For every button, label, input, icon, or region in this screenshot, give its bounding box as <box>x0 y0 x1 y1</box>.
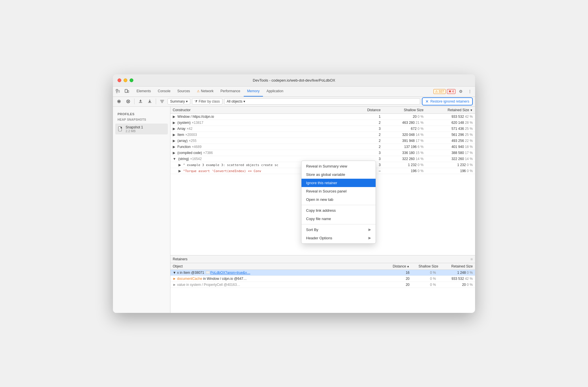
expand-arrow[interactable]: ▶ <box>173 121 175 125</box>
retainer-gray: ► value in system / PropertyCell @40163… <box>173 283 240 287</box>
distance-cell: 3 <box>353 126 383 132</box>
th-distance[interactable]: Distance <box>353 107 383 114</box>
warning-badge[interactable]: ⚠ 327 <box>433 89 446 94</box>
distance-cell: 2 <box>353 144 383 150</box>
expand-arrow[interactable]: ▼ <box>173 157 176 161</box>
snapshot-name: Snapshot 1 <box>126 125 143 129</box>
table-row[interactable]: ▶ Window / https://cdpn.io 1 20 0 % 933 … <box>170 113 475 120</box>
retainer-row[interactable]: ▼ x in Item @38071 PoLdbOX?anon=true&v… … <box>170 270 475 276</box>
expand-arrow[interactable]: ▶ <box>178 163 181 167</box>
inspect-icon[interactable] <box>114 87 122 95</box>
settings-icon[interactable]: ⚙ <box>457 87 465 95</box>
tab-sources[interactable]: Sources <box>174 86 193 97</box>
retainers-body[interactable]: ▼ x in Item @38071 PoLdbOX?anon=true&v… … <box>170 270 475 313</box>
th-constructor[interactable]: Constructor <box>170 107 353 114</box>
retained-cell: 196 0 % <box>426 168 475 174</box>
expand-arrow[interactable]: ▶ <box>173 127 175 131</box>
retainer-prefix: ▼ x in Item @38071 <box>173 271 205 275</box>
tab-console[interactable]: Console <box>154 86 174 97</box>
context-menu-separator <box>301 224 376 224</box>
retained-cell: 493 256 22 % <box>426 138 475 144</box>
context-menu-label: Reveal in Sources panel <box>306 189 347 193</box>
table-row[interactable]: ▶ Function×4689 2 137 196 6 % 401 940 18… <box>170 144 475 150</box>
context-menu-item-reveal-sources[interactable]: Reveal in Sources panel <box>301 187 376 195</box>
distance-cell: 2 <box>353 138 383 144</box>
retainer-distance-col: 20 <box>387 277 410 281</box>
context-menu-item-copy-filename[interactable]: Copy file name <box>301 215 376 223</box>
tab-bar: Elements Console Sources ⚠ Network Perfo… <box>113 86 475 97</box>
record-icon[interactable] <box>115 98 123 105</box>
tab-memory[interactable]: Memory <box>244 86 263 97</box>
clear-icon[interactable] <box>124 98 132 105</box>
retainer-retained-col: 20 0 % <box>438 283 473 287</box>
distance-cell: 2 <box>353 132 383 138</box>
table-row[interactable]: ▶ (compiled code)×7386 3 336 180 15 % 38… <box>170 150 475 156</box>
expand-arrow[interactable]: ▶ <box>178 169 181 173</box>
context-menu-item-open-new-tab[interactable]: Open in new tab <box>301 195 376 204</box>
ret-th-object[interactable]: Object <box>173 264 387 268</box>
context-menu-item-copy-link[interactable]: Copy link address <box>301 206 376 215</box>
svg-point-4 <box>118 101 120 102</box>
expand-arrow[interactable]: ▶ <box>173 139 175 143</box>
filter-class-button[interactable]: ⧩ Filter by class <box>192 98 222 105</box>
expand-arrow[interactable]: ▶ <box>173 115 175 119</box>
ret-th-retained[interactable]: Retained Size <box>438 264 473 268</box>
retainer-text: in Window / cdpn.io @647… <box>202 277 247 281</box>
svg-rect-1 <box>125 89 127 93</box>
more-options-icon[interactable]: ⋮ <box>466 87 474 95</box>
expand-arrow[interactable]: ▶ <box>173 133 175 137</box>
ret-th-shallow[interactable]: Shallow Size <box>410 264 438 268</box>
filter-icon[interactable] <box>158 98 166 105</box>
tab-elements[interactable]: Elements <box>133 86 154 97</box>
retainer-prefix-orange[interactable]: ► documentCache <box>173 277 202 281</box>
context-menu-item-sort-by[interactable]: Sort By▶ <box>301 226 376 234</box>
context-menu-separator <box>301 205 376 205</box>
main-content: Profiles HEAP SNAPSHOTS Snapshot 1 2.2 M… <box>113 107 475 313</box>
snapshot-item[interactable]: Snapshot 1 2.2 MB <box>115 124 168 134</box>
table-row[interactable]: ▶ Array×42 3 672 0 % 571 436 25 % <box>170 126 475 132</box>
context-menu-item-store-global[interactable]: Store as global variable <box>301 170 376 179</box>
error-badge[interactable]: ✖ 4 <box>447 89 456 94</box>
retainers-scroll-indicator: ≡ <box>470 257 473 261</box>
retained-cell: 571 436 25 % <box>426 126 475 132</box>
tab-performance[interactable]: Performance <box>217 86 244 97</box>
maximize-button[interactable] <box>130 78 133 82</box>
shallow-cell: 137 196 6 % <box>383 144 426 150</box>
shallow-cell: 320 048 14 % <box>383 132 426 138</box>
minimize-button[interactable] <box>124 78 127 82</box>
constructor-cell: ▶ (array)×255 <box>170 138 353 144</box>
tab-application[interactable]: Application <box>263 86 287 97</box>
expand-arrow[interactable]: ▶ <box>173 151 175 155</box>
retained-cell: 620 148 28 % <box>426 120 475 126</box>
ret-th-distance[interactable]: Distance ▲ <box>387 264 410 268</box>
context-menu-label: Open in new tab <box>306 197 333 202</box>
th-retained[interactable]: Retained Size <box>426 107 475 114</box>
tab-network[interactable]: ⚠ Network <box>193 86 217 97</box>
retainer-row[interactable]: ► documentCache in Window / cdpn.io @647… <box>170 276 475 282</box>
retainer-row[interactable]: ► value in system / PropertyCell @40163…… <box>170 282 475 288</box>
all-objects-dropdown[interactable]: All objects ▾ <box>224 98 420 105</box>
table-row[interactable]: ▶ Item×20003 2 320 048 14 % 561 296 25 % <box>170 132 475 138</box>
constructor-cell: ▶ Array×42 <box>170 126 353 132</box>
summary-dropdown[interactable]: Summary ▾ <box>168 98 190 105</box>
warning-icon: ⚠ <box>435 90 438 93</box>
expand-arrow[interactable]: ▶ <box>173 145 175 149</box>
context-menu-item-ignore-retainer[interactable]: Ignore this retainer <box>301 179 376 187</box>
table-row[interactable]: ▶ (system)×13817 2 463 280 21 % 620 148 … <box>170 120 475 126</box>
count-badge: ×255 <box>189 139 197 143</box>
distance-cell: 1 <box>353 113 383 120</box>
device-toggle-icon[interactable] <box>123 87 131 95</box>
count-badge: ×42 <box>187 127 192 131</box>
th-shallow[interactable]: Shallow Size <box>383 107 426 114</box>
context-menu-item-header-options[interactable]: Header Options▶ <box>301 234 376 242</box>
filter-funnel-icon: ⧩ <box>195 99 197 103</box>
retainers-header: Retainers ≡ <box>170 255 475 263</box>
context-menu-item-reveal-summary[interactable]: Reveal in Summary view <box>301 162 376 170</box>
table-row[interactable]: ▶ (array)×255 2 391 948 17 % 493 256 22 … <box>170 138 475 144</box>
retainer-link[interactable]: PoLdbOX?anon=true&v… <box>210 271 250 275</box>
retainer-shallow-col: 0 % <box>410 283 438 287</box>
upload-icon[interactable] <box>137 98 144 105</box>
restore-button[interactable]: ✕ Restore ignored retainers <box>422 97 473 105</box>
download-icon[interactable] <box>146 98 153 105</box>
close-button[interactable] <box>118 78 121 82</box>
